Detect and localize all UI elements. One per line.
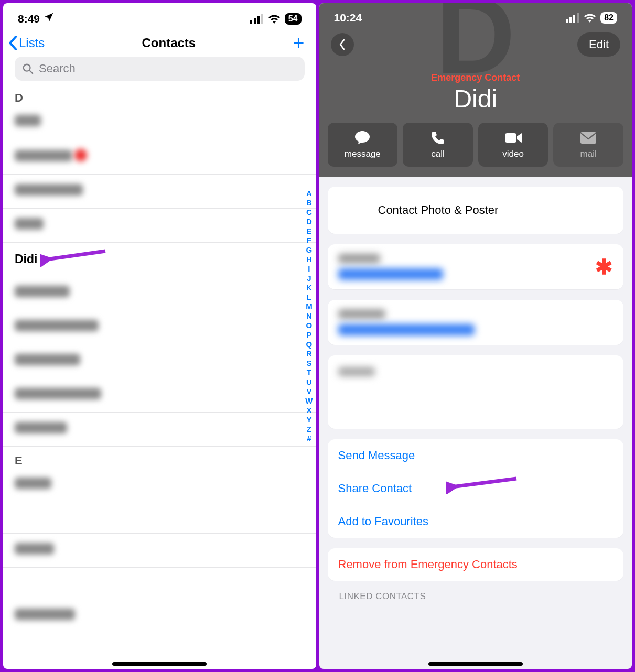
action-label: video bbox=[502, 149, 524, 159]
add-contact-button[interactable]: + bbox=[293, 37, 304, 49]
back-button[interactable] bbox=[331, 33, 354, 56]
index-letter[interactable]: B bbox=[306, 198, 312, 208]
section-header-d: D bbox=[3, 84, 316, 105]
contacts-list: D Didi E ABCDEFGHIJKLMNOPQRSTUVWXYZ# bbox=[3, 84, 316, 633]
detail-header: 10:24 82 D Edit Emergency Contact Didi bbox=[319, 3, 632, 177]
wifi-icon bbox=[584, 13, 596, 23]
svg-rect-2 bbox=[257, 16, 260, 24]
index-letter[interactable]: G bbox=[306, 245, 313, 255]
index-letter[interactable]: D bbox=[306, 217, 312, 226]
contact-row[interactable] bbox=[3, 378, 316, 413]
contact-row[interactable] bbox=[3, 105, 316, 139]
detail-nav: Edit bbox=[319, 26, 632, 59]
index-letter[interactable]: S bbox=[306, 359, 311, 368]
battery-icon: 54 bbox=[285, 13, 302, 25]
index-letter[interactable]: C bbox=[306, 208, 312, 217]
action-label: call bbox=[431, 149, 445, 159]
contact-row[interactable] bbox=[3, 599, 316, 633]
contact-row[interactable] bbox=[3, 276, 316, 310]
svg-line-13 bbox=[452, 479, 516, 487]
svg-rect-3 bbox=[261, 14, 263, 24]
message-button[interactable]: message bbox=[328, 123, 398, 167]
index-letter[interactable]: M bbox=[306, 302, 313, 311]
svg-rect-8 bbox=[569, 17, 572, 23]
message-icon bbox=[354, 130, 371, 146]
contact-detail-screen: 10:24 82 D Edit Emergency Contact Didi bbox=[319, 3, 632, 669]
contact-row[interactable] bbox=[3, 568, 316, 599]
call-button[interactable]: call bbox=[403, 123, 473, 167]
address-card[interactable] bbox=[328, 300, 624, 345]
actions-card: Send Message Share Contact Add to Favour… bbox=[328, 439, 624, 538]
phone-card[interactable]: ✱ bbox=[328, 244, 624, 289]
svg-rect-12 bbox=[580, 132, 596, 144]
index-letter[interactable]: F bbox=[307, 236, 311, 245]
index-letter[interactable]: L bbox=[307, 292, 311, 302]
index-letter[interactable]: Z bbox=[307, 425, 311, 434]
status-time: 8:49 bbox=[18, 12, 55, 26]
index-letter[interactable]: V bbox=[306, 387, 311, 396]
svg-rect-0 bbox=[250, 20, 252, 24]
contact-row[interactable] bbox=[3, 175, 316, 209]
action-buttons: message call video mail bbox=[319, 113, 632, 167]
search-icon bbox=[22, 63, 34, 74]
home-indicator[interactable] bbox=[112, 662, 207, 666]
index-letter[interactable]: Q bbox=[306, 340, 313, 349]
send-message-button[interactable]: Send Message bbox=[328, 439, 624, 472]
add-to-favourites-button[interactable]: Add to Favourites bbox=[328, 505, 624, 538]
index-letter[interactable]: Y bbox=[306, 415, 311, 425]
emergency-star-icon: ✱ bbox=[595, 255, 613, 279]
svg-line-6 bbox=[46, 251, 105, 259]
contact-row-didi[interactable]: Didi bbox=[3, 243, 316, 276]
back-to-lists-button[interactable]: Lists bbox=[8, 36, 45, 50]
contact-row[interactable] bbox=[3, 310, 316, 344]
index-letter[interactable]: K bbox=[306, 283, 312, 292]
index-letter[interactable]: # bbox=[307, 434, 311, 443]
contact-row[interactable] bbox=[3, 413, 316, 447]
contact-avatar bbox=[338, 195, 369, 225]
detail-body: Contact Photo & Poster ✱ bbox=[319, 177, 632, 611]
mail-button: mail bbox=[553, 123, 623, 167]
index-letter[interactable]: E bbox=[306, 226, 311, 236]
contact-row[interactable] bbox=[3, 139, 316, 175]
svg-rect-7 bbox=[566, 19, 568, 23]
remove-emergency-card: Remove from Emergency Contacts bbox=[328, 548, 624, 581]
annotation-arrow-icon bbox=[446, 473, 519, 494]
remove-emergency-button[interactable]: Remove from Emergency Contacts bbox=[328, 548, 624, 581]
index-letter[interactable]: T bbox=[307, 368, 311, 377]
index-letter[interactable]: A bbox=[306, 189, 312, 198]
index-letter[interactable]: I bbox=[308, 264, 310, 274]
wifi-icon bbox=[268, 14, 281, 24]
notes-card[interactable] bbox=[328, 355, 624, 429]
index-letter[interactable]: W bbox=[305, 396, 313, 406]
video-button[interactable]: video bbox=[478, 123, 548, 167]
contact-row[interactable] bbox=[3, 534, 316, 568]
index-letter[interactable]: R bbox=[306, 349, 312, 359]
index-letter[interactable]: U bbox=[306, 377, 312, 387]
status-bar: 8:49 54 bbox=[3, 3, 316, 28]
index-letter[interactable]: N bbox=[306, 311, 312, 321]
index-letter[interactable]: H bbox=[306, 255, 312, 264]
svg-line-5 bbox=[29, 70, 33, 73]
contact-row[interactable] bbox=[3, 502, 316, 534]
alphabet-index[interactable]: ABCDEFGHIJKLMNOPQRSTUVWXYZ# bbox=[305, 189, 313, 443]
search-input[interactable]: Search bbox=[15, 57, 305, 81]
contact-row[interactable] bbox=[3, 344, 316, 378]
index-letter[interactable]: O bbox=[306, 321, 313, 330]
index-letter[interactable]: X bbox=[306, 406, 311, 415]
status-time: 10:24 bbox=[334, 12, 362, 24]
index-letter[interactable]: J bbox=[307, 274, 311, 283]
photo-poster-card[interactable]: Contact Photo & Poster bbox=[328, 187, 624, 234]
contact-row[interactable] bbox=[3, 209, 316, 243]
action-label: mail bbox=[580, 149, 597, 159]
phone-icon bbox=[430, 130, 445, 146]
share-contact-button[interactable]: Share Contact bbox=[328, 472, 624, 505]
index-letter[interactable]: P bbox=[306, 330, 311, 340]
svg-rect-11 bbox=[505, 133, 516, 143]
edit-button[interactable]: Edit bbox=[577, 32, 620, 57]
annotation-arrow-icon bbox=[40, 246, 108, 267]
action-label: message bbox=[345, 149, 381, 159]
mail-icon bbox=[580, 130, 597, 146]
video-icon bbox=[504, 130, 522, 146]
contact-row[interactable] bbox=[3, 468, 316, 502]
home-indicator[interactable] bbox=[428, 662, 523, 666]
